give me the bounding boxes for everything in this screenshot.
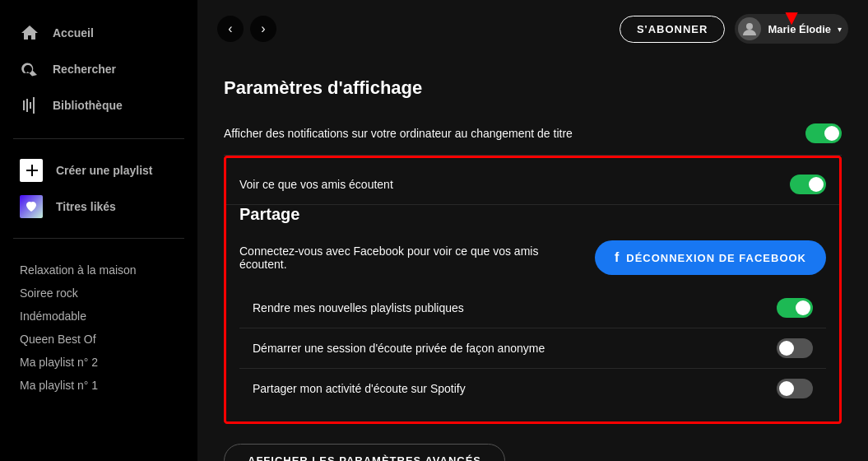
- settings-content: Paramètres d'affichage Afficher des noti…: [197, 58, 868, 461]
- sidebar-item-creer-playlist[interactable]: Créer une playlist: [0, 152, 197, 189]
- creer-playlist-label: Créer une playlist: [56, 164, 153, 177]
- nouvelles-playlists-row: Rendre mes nouvelles playlists publiques: [239, 288, 826, 328]
- titres-likes-label: Titres likés: [56, 200, 116, 213]
- sidebar-item-accueil-label: Accueil: [53, 26, 94, 40]
- sidebar-navigation: Accueil Rechercher Bibliothèque: [0, 16, 197, 125]
- playlist-item[interactable]: Indémodable: [20, 305, 178, 328]
- toggle-track[interactable]: [777, 379, 813, 398]
- toggle-thumb: [779, 381, 794, 396]
- facebook-connect-desc: Connectez-vous avec Facebook pour voir c…: [239, 244, 569, 271]
- facebook-connect-row: Connectez-vous avec Facebook pour voir c…: [239, 234, 826, 288]
- back-button[interactable]: ‹: [217, 16, 244, 42]
- facebook-button-label: DÉCONNEXION DE FACEBOOK: [626, 252, 806, 264]
- sidebar: Accueil Rechercher Bibliothèque: [0, 0, 197, 461]
- facebook-disconnect-button[interactable]: f DÉCONNEXION DE FACEBOOK: [595, 240, 826, 275]
- sidebar-divider-2: [13, 238, 184, 239]
- session-privee-row: Démarrer une session d'écoute privée de …: [239, 328, 826, 369]
- toggle-track[interactable]: [790, 175, 826, 194]
- forward-button[interactable]: ›: [250, 16, 276, 42]
- playlist-item[interactable]: Soiree rock: [20, 282, 178, 305]
- sidebar-divider: [13, 138, 184, 139]
- red-outline-section: Voir ce que vos amis écoutent Partage Co…: [224, 156, 842, 424]
- nouvelles-playlists-label: Rendre mes nouvelles playlists publiques: [253, 301, 746, 314]
- session-privee-label: Démarrer une session d'écoute privée de …: [253, 342, 746, 355]
- toggle-thumb: [809, 177, 824, 192]
- voir-amis-row: Voir ce que vos amis écoutent: [226, 165, 839, 205]
- activite-ecoute-toggle[interactable]: [777, 379, 813, 398]
- sidebar-item-rechercher-label: Rechercher: [53, 63, 116, 76]
- chevron-down-icon: ▾: [838, 25, 842, 34]
- sidebar-item-bibliotheque[interactable]: Bibliothèque: [13, 89, 184, 122]
- nav-arrows: ‹ ›: [217, 16, 276, 42]
- playlist-list: Relaxation à la maison Soiree rock Indém…: [0, 258, 197, 461]
- sidebar-item-titres-likes[interactable]: Titres likés: [0, 189, 197, 225]
- sidebar-item-rechercher[interactable]: Rechercher: [13, 53, 184, 86]
- toggle-thumb: [779, 341, 794, 356]
- playlist-item[interactable]: Ma playlist n° 2: [20, 351, 178, 374]
- nouvelles-playlists-toggle[interactable]: [777, 298, 813, 318]
- toggle-track[interactable]: [805, 123, 842, 143]
- session-privee-toggle[interactable]: [777, 338, 813, 358]
- library-icon: [20, 95, 39, 115]
- notifications-label: Afficher des notifications sur votre ord…: [224, 127, 717, 140]
- subscribe-button[interactable]: S'ABONNER: [620, 16, 726, 43]
- toggle-track[interactable]: [777, 338, 813, 358]
- create-playlist-icon-box: [20, 159, 43, 182]
- svg-point-0: [746, 23, 753, 30]
- notifications-row: Afficher des notifications sur votre ord…: [224, 112, 842, 156]
- sidebar-item-bibliotheque-label: Bibliothèque: [53, 99, 123, 112]
- playlist-item[interactable]: Queen Best Of: [20, 328, 178, 351]
- playlist-item[interactable]: Ma playlist n° 1: [20, 374, 178, 397]
- toggle-thumb: [796, 300, 810, 315]
- sidebar-item-accueil[interactable]: Accueil: [13, 16, 184, 49]
- playlist-item[interactable]: Relaxation à la maison: [20, 258, 178, 282]
- toggle-thumb: [824, 126, 839, 141]
- search-icon: [20, 59, 39, 79]
- voir-amis-toggle[interactable]: [790, 175, 826, 194]
- notifications-toggle[interactable]: [805, 123, 842, 143]
- activite-ecoute-label: Partager mon activité d'écoute sur Spoti…: [253, 382, 746, 395]
- avatar: [738, 17, 761, 40]
- titres-likes-icon-box: [20, 195, 43, 218]
- partage-section: Partage Connectez-vous avec Facebook pou…: [226, 205, 839, 415]
- toggle-track[interactable]: [777, 298, 813, 318]
- activite-ecoute-row: Partager mon activité d'écoute sur Spoti…: [239, 369, 826, 408]
- home-icon: [20, 23, 39, 43]
- page-title: Paramètres d'affichage: [224, 77, 842, 99]
- facebook-icon: f: [615, 250, 620, 265]
- topbar-right: S'ABONNER Marie Élodie ▾: [620, 14, 848, 44]
- topbar: ▼ ‹ › S'ABONNER Marie Élodie ▾: [197, 0, 868, 58]
- advanced-settings-button[interactable]: AFFICHER LES PARAMÈTRES AVANCÉS: [224, 444, 505, 461]
- main-content: ▼ ‹ › S'ABONNER Marie Élodie ▾ Paramètre…: [197, 0, 868, 461]
- partage-title: Partage: [239, 205, 826, 224]
- arrow-indicator: ▼: [781, 7, 802, 28]
- voir-amis-label: Voir ce que vos amis écoutent: [239, 178, 733, 191]
